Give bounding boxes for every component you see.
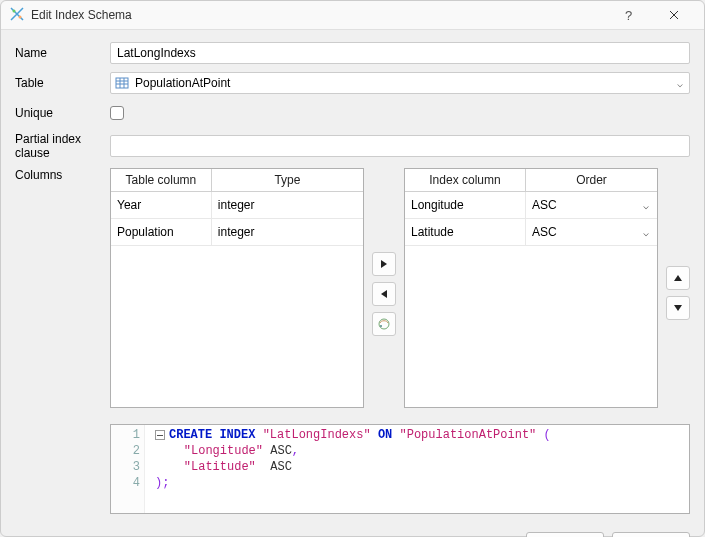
table-row[interactable]: Population integer <box>111 219 363 246</box>
partial-label: Partial index clause <box>15 132 110 160</box>
dialog-body: Name Table PopulationAtPoint <box>1 30 704 522</box>
grid-header-cell: Index column <box>405 169 526 191</box>
reorder-buttons <box>666 168 690 408</box>
fold-icon[interactable] <box>155 430 165 440</box>
dialog-title: Edit Index Schema <box>31 8 606 22</box>
title-bar: Edit Index Schema ? <box>1 1 704 30</box>
table-label: Table <box>15 76 110 90</box>
order-select[interactable]: ASC ⌵ <box>526 192 657 218</box>
table-row[interactable]: Year integer <box>111 192 363 219</box>
add-expression-button[interactable] <box>372 312 396 336</box>
cancel-button[interactable]: Cancel <box>612 532 690 537</box>
unique-checkbox[interactable] <box>110 106 124 120</box>
svg-rect-2 <box>116 78 128 88</box>
grid-header-cell: Order <box>526 169 657 191</box>
line-gutter: 1234 <box>111 425 145 513</box>
order-select[interactable]: ASC ⌵ <box>526 219 657 245</box>
dialog-footer: OK Cancel <box>1 522 704 537</box>
available-columns-grid[interactable]: Table column Type Year integer Populatio… <box>110 168 364 408</box>
table-row[interactable]: Longitude ASC ⌵ <box>405 192 657 219</box>
svg-point-8 <box>380 325 382 327</box>
grid-header-cell: Table column <box>111 169 212 191</box>
ok-button[interactable]: OK <box>526 532 604 537</box>
table-value: PopulationAtPoint <box>135 76 675 90</box>
name-input[interactable] <box>110 42 690 64</box>
unique-label: Unique <box>15 106 110 120</box>
app-icon <box>9 6 25 25</box>
partial-clause-input[interactable] <box>110 135 690 157</box>
sql-preview: 1234 CREATE INDEX "LatLongIndexs" ON "Po… <box>110 424 690 514</box>
table-icon <box>115 75 131 91</box>
add-column-button[interactable] <box>372 252 396 276</box>
chevron-down-icon: ⌵ <box>643 200 651 211</box>
close-button[interactable] <box>651 1 696 29</box>
table-select[interactable]: PopulationAtPoint ⌵ <box>110 72 690 94</box>
help-button[interactable]: ? <box>606 1 651 29</box>
chevron-down-icon: ⌵ <box>675 78 685 89</box>
table-row[interactable]: Latitude ASC ⌵ <box>405 219 657 246</box>
columns-label: Columns <box>15 168 110 182</box>
index-columns-grid[interactable]: Index column Order Longitude ASC ⌵ La <box>404 168 658 408</box>
move-down-button[interactable] <box>666 296 690 320</box>
svg-point-1 <box>19 15 22 18</box>
dialog-window: Edit Index Schema ? Name Table <box>0 0 705 537</box>
svg-point-0 <box>13 9 16 12</box>
grid-header-cell: Type <box>212 169 363 191</box>
chevron-down-icon: ⌵ <box>643 227 651 238</box>
sql-code[interactable]: CREATE INDEX "LatLongIndexs" ON "Populat… <box>145 425 689 513</box>
name-label: Name <box>15 46 110 60</box>
transfer-buttons <box>372 168 396 408</box>
move-up-button[interactable] <box>666 266 690 290</box>
remove-column-button[interactable] <box>372 282 396 306</box>
